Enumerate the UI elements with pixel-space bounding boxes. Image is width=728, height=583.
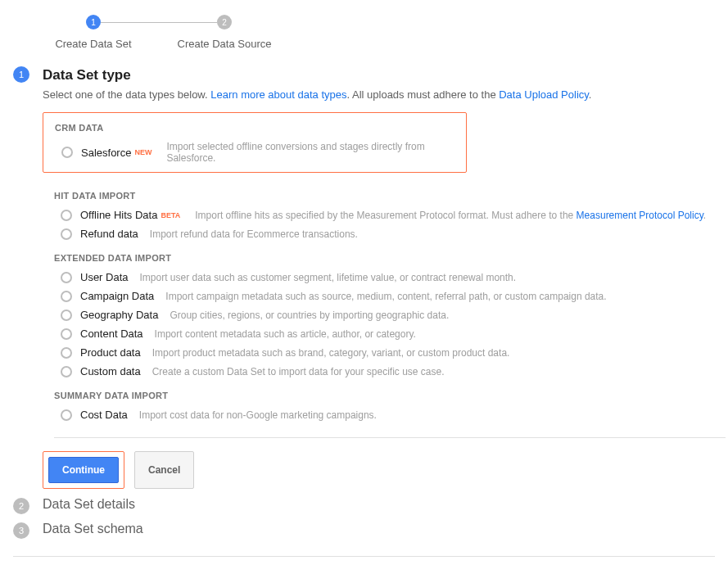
cost-desc: Import cost data for non-Google marketin… bbox=[139, 409, 377, 421]
hit-data-group: HIT DATA IMPORT Offline Hits Data BETA I… bbox=[43, 181, 726, 243]
salesforce-label: Salesforce bbox=[81, 147, 131, 159]
continue-button[interactable]: Continue bbox=[48, 457, 119, 483]
continue-highlight: Continue bbox=[43, 451, 124, 489]
salesforce-desc: Import selected offline conversions and … bbox=[166, 141, 466, 164]
offline-hits-badge: BETA bbox=[161, 211, 180, 219]
wizard-stepper: 1 Create Data Set 2 Create Data Source bbox=[0, 0, 728, 58]
option-campaign-data[interactable]: Campaign Data Import campaign metadata s… bbox=[43, 287, 726, 305]
main-content: 1 Data Set type Select one of the data t… bbox=[13, 66, 715, 557]
cancel-button[interactable]: Cancel bbox=[134, 451, 194, 489]
crm-data-header: CRM DATA bbox=[43, 113, 466, 138]
section-2-title: Data Set details bbox=[43, 495, 135, 512]
intro-text-prefix: Select one of the data types below. bbox=[43, 88, 210, 101]
campaign-label: Campaign Data bbox=[80, 290, 154, 302]
step-2-circle: 2 bbox=[217, 15, 232, 29]
step-1-label: Create Data Set bbox=[55, 38, 131, 50]
stepper-step-1: 1 Create Data Set bbox=[28, 15, 159, 50]
section-2-number: 2 bbox=[13, 498, 29, 514]
measurement-protocol-link[interactable]: Measurement Protocol Policy bbox=[577, 210, 703, 221]
step-1-circle: 1 bbox=[86, 15, 101, 29]
custom-label: Custom data bbox=[80, 365, 141, 377]
hit-data-header: HIT DATA IMPORT bbox=[43, 181, 726, 206]
option-content-data[interactable]: Content Data Import content metadata suc… bbox=[43, 324, 726, 343]
summary-header: SUMMARY DATA IMPORT bbox=[43, 381, 726, 405]
content-label: Content Data bbox=[80, 328, 143, 340]
offline-hits-label: Offline Hits Data bbox=[80, 209, 157, 221]
section-2: 2 Data Set details bbox=[13, 495, 715, 517]
section-1-number: 1 bbox=[13, 66, 29, 83]
radio-cost-data[interactable] bbox=[61, 409, 72, 421]
section-1-title: Data Set type bbox=[43, 66, 726, 84]
divider bbox=[54, 437, 726, 438]
radio-salesforce[interactable] bbox=[61, 147, 73, 158]
option-product-data[interactable]: Product data Import product metadata suc… bbox=[43, 343, 726, 362]
intro-text-suffix: . bbox=[589, 88, 592, 101]
radio-geography-data[interactable] bbox=[61, 310, 72, 321]
cost-label: Cost Data bbox=[80, 409, 128, 421]
section-1: 1 Data Set type Select one of the data t… bbox=[13, 66, 715, 489]
summary-data-group: SUMMARY DATA IMPORT Cost Data Import cos… bbox=[43, 381, 726, 424]
refund-label: Refund data bbox=[80, 228, 138, 240]
product-label: Product data bbox=[80, 346, 141, 359]
radio-content-data[interactable] bbox=[61, 328, 72, 340]
button-row: Continue Cancel bbox=[43, 451, 726, 489]
section-1-intro: Select one of the data types below. Lear… bbox=[43, 88, 726, 101]
option-refund-data[interactable]: Refund data Import refund data for Ecomm… bbox=[43, 224, 726, 243]
product-desc: Import product metadata such as brand, c… bbox=[152, 347, 510, 359]
custom-desc: Create a custom Data Set to import data … bbox=[152, 366, 445, 377]
section-3-title: Data Set schema bbox=[43, 520, 143, 536]
option-user-data[interactable]: User Data Import user data such as custo… bbox=[43, 268, 726, 287]
option-cost-data[interactable]: Cost Data Import cost data for non-Googl… bbox=[43, 405, 726, 424]
extended-data-group: EXTENDED DATA IMPORT User Data Import us… bbox=[43, 243, 726, 381]
extended-header: EXTENDED DATA IMPORT bbox=[43, 243, 726, 268]
offline-desc-post: . bbox=[703, 210, 706, 221]
user-data-desc: Import user data such as customer segmen… bbox=[140, 272, 517, 283]
section-3: 3 Data Set schema bbox=[13, 520, 715, 541]
data-upload-policy-link[interactable]: Data Upload Policy bbox=[499, 88, 589, 101]
option-salesforce[interactable]: Salesforce NEW Import selected offline c… bbox=[43, 138, 466, 167]
stepper-step-2: 2 Create Data Source bbox=[159, 15, 290, 50]
radio-user-data[interactable] bbox=[61, 272, 72, 283]
radio-refund-data[interactable] bbox=[61, 228, 72, 240]
radio-campaign-data[interactable] bbox=[61, 291, 72, 302]
campaign-desc: Import campaign metadata such as source,… bbox=[165, 291, 606, 302]
user-data-label: User Data bbox=[80, 271, 129, 283]
option-offline-hits[interactable]: Offline Hits Data BETA Import offline hi… bbox=[43, 206, 726, 224]
radio-offline-hits[interactable] bbox=[61, 210, 72, 221]
step-2-label: Create Data Source bbox=[178, 38, 272, 50]
section-3-number: 3 bbox=[13, 522, 29, 539]
offline-hits-desc: Import offline hits as specified by the … bbox=[195, 210, 706, 221]
crm-data-highlight: CRM DATA Salesforce NEW Import selected … bbox=[43, 112, 467, 173]
option-geography-data[interactable]: Geography Data Group cities, regions, or… bbox=[43, 305, 726, 324]
content-desc: Import content metadata such as article,… bbox=[155, 328, 416, 340]
radio-custom-data[interactable] bbox=[61, 366, 72, 377]
learn-more-link[interactable]: Learn more about data types bbox=[210, 88, 346, 101]
radio-product-data[interactable] bbox=[61, 347, 72, 359]
option-custom-data[interactable]: Custom data Create a custom Data Set to … bbox=[43, 362, 726, 381]
salesforce-badge: NEW bbox=[134, 148, 151, 156]
offline-desc-pre: Import offline hits as specified by the … bbox=[195, 210, 576, 221]
geography-label: Geography Data bbox=[80, 309, 158, 321]
geography-desc: Group cities, regions, or countries by i… bbox=[170, 310, 449, 321]
intro-text-mid: . All uploads must adhere to the bbox=[347, 88, 500, 101]
refund-desc: Import refund data for Ecommerce transac… bbox=[150, 228, 358, 240]
